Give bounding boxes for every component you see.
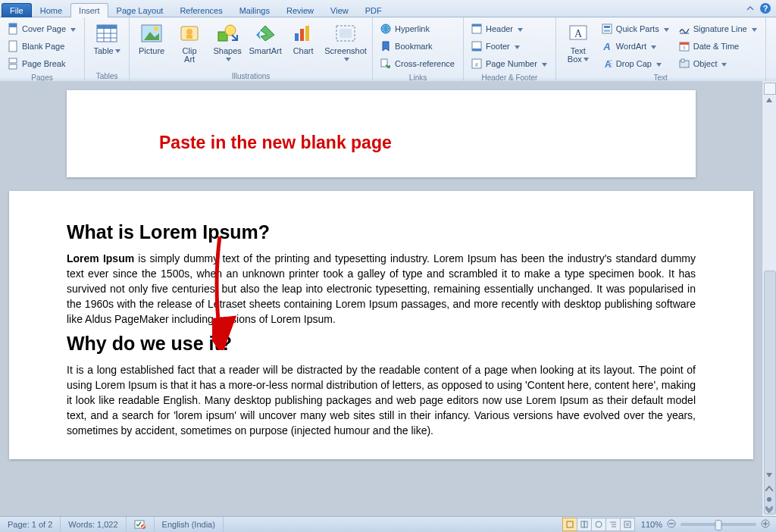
ribbon-label: Drop Cap — [616, 59, 652, 68]
ribbon-label: Cover Page — [22, 24, 66, 33]
status-page[interactable]: Page: 1 of 2 — [0, 517, 61, 532]
signature-line-button[interactable]: Signature Line — [676, 20, 761, 37]
status-language[interactable]: English (India) — [155, 517, 224, 532]
zoom-level[interactable]: 110% — [641, 520, 662, 529]
dropdown-caret-icon — [664, 24, 669, 33]
ribbon-group-text: A Text Box Quick Parts A WordArt A Drop … — [556, 17, 766, 82]
drop-cap-icon: A — [601, 58, 613, 70]
tab-home[interactable]: Home — [32, 3, 70, 17]
ribbon-label: Bookmark — [395, 42, 433, 51]
tab-references[interactable]: References — [171, 3, 230, 17]
dropdown-caret-icon — [651, 42, 656, 51]
doc-heading-2: Why do we use it? — [67, 333, 696, 355]
help-icon[interactable]: ? — [759, 2, 771, 14]
outline-view-button[interactable] — [605, 518, 621, 531]
smartart-button[interactable]: SmartArt — [246, 19, 284, 71]
footer-button[interactable]: Footer — [468, 37, 551, 55]
bookmark-button[interactable]: Bookmark — [377, 37, 458, 55]
status-bar: Page: 1 of 2 Words: 1,022 English (India… — [0, 516, 776, 532]
blank-page-button[interactable]: Blank Page — [5, 37, 80, 55]
svg-rect-48 — [680, 42, 689, 45]
document-workspace: Paste in the new blank page What is Lore… — [0, 81, 776, 517]
table-button[interactable]: Table — [88, 19, 126, 71]
ribbon-label: Table — [93, 46, 113, 55]
draft-view-button[interactable] — [620, 518, 635, 531]
doc-heading-1: What is Lorem Ipsum? — [67, 221, 696, 243]
blank-page-icon — [7, 40, 19, 52]
status-proofing[interactable] — [127, 517, 155, 532]
text-box-button[interactable]: A Text Box — [559, 19, 597, 73]
ribbon-label: Footer — [486, 42, 510, 51]
clip-art-button[interactable]: Clip Art — [171, 19, 208, 71]
tab-review[interactable]: Review — [278, 3, 322, 17]
zoom-in-button[interactable] — [761, 519, 770, 530]
status-words[interactable]: Words: 1,022 — [61, 517, 126, 532]
svg-rect-60 — [584, 521, 587, 527]
hyperlink-button[interactable]: Hyperlink — [377, 20, 458, 37]
svg-rect-6 — [9, 64, 17, 69]
tab-insert[interactable]: Insert — [70, 3, 108, 17]
tab-file[interactable]: File — [2, 3, 32, 17]
clip-art-icon — [177, 21, 202, 45]
document-canvas[interactable]: Paste in the new blank page What is Lore… — [0, 81, 762, 517]
print-layout-view-button[interactable] — [562, 518, 577, 531]
chart-icon — [291, 21, 315, 45]
dropdown-caret-icon — [721, 59, 727, 68]
svg-rect-27 — [340, 29, 352, 38]
scroll-up-button[interactable] — [764, 95, 774, 105]
chart-button[interactable]: Chart — [284, 19, 322, 71]
date-time-button[interactable]: 5 Date & Time — [676, 37, 761, 55]
page-1-blank-bottom[interactable]: Paste in the new blank page — [67, 90, 696, 177]
ribbon-label: Hyperlink — [395, 24, 430, 33]
table-icon — [95, 21, 119, 45]
full-screen-reading-view-button[interactable] — [577, 518, 592, 531]
zoom-out-button[interactable] — [667, 519, 676, 530]
svg-text:#: # — [475, 62, 478, 67]
scroll-down-button[interactable] — [764, 470, 774, 480]
cross-reference-button[interactable]: Cross-reference — [377, 55, 458, 72]
page-number-button[interactable]: # Page Number — [468, 55, 551, 72]
doc-paragraph-2: It is a long established fact that a rea… — [67, 362, 696, 438]
equation-button[interactable]: π Equation — [771, 20, 776, 37]
cover-page-button[interactable]: Cover Page — [5, 20, 80, 37]
svg-rect-25 — [305, 26, 309, 41]
previous-page-button[interactable] — [764, 483, 774, 494]
svg-point-17 — [186, 29, 192, 35]
shapes-icon — [215, 21, 239, 45]
svg-point-20 — [225, 25, 236, 36]
dropdown-caret-icon — [542, 59, 547, 68]
group-label: Tables — [88, 71, 126, 82]
dropdown-caret-icon — [115, 46, 120, 55]
page-2-content[interactable]: What is Lorem Ipsum? Lorem Ipsum is simp… — [9, 191, 753, 459]
dropdown-caret-icon — [518, 24, 523, 33]
page-break-button[interactable]: Page Break — [5, 55, 80, 72]
tab-pdf[interactable]: PDF — [357, 3, 390, 17]
tab-view[interactable]: View — [322, 3, 357, 17]
shapes-button[interactable]: Shapes — [208, 19, 246, 71]
picture-button[interactable]: Picture — [133, 19, 171, 71]
object-button[interactable]: Object — [676, 55, 761, 72]
svg-rect-58 — [567, 521, 573, 527]
svg-rect-24 — [300, 29, 304, 41]
wordart-button[interactable]: A WordArt — [599, 37, 673, 55]
screenshot-button[interactable]: Screenshot — [322, 19, 369, 71]
svg-rect-51 — [681, 59, 684, 62]
ribbon-label: Page Number — [486, 59, 537, 68]
symbol-button[interactable]: Ω Symbol — [771, 37, 776, 55]
tab-page-layout[interactable]: Page Layout — [108, 3, 172, 17]
equation-icon: π — [773, 23, 776, 35]
web-layout-view-button[interactable] — [591, 518, 606, 531]
zoom-slider-thumb[interactable] — [715, 520, 722, 530]
quick-parts-button[interactable]: Quick Parts — [599, 20, 673, 37]
svg-point-54 — [767, 497, 771, 502]
vertical-scrollbar[interactable] — [762, 81, 776, 517]
doc-paragraph-1: Lorem Ipsum is simply dummy text of the … — [67, 251, 696, 327]
drop-cap-button[interactable]: A Drop Cap — [599, 55, 673, 72]
zoom-slider[interactable] — [681, 523, 756, 526]
ruler-toggle-button[interactable] — [764, 83, 776, 95]
tab-mailings[interactable]: Mailings — [231, 3, 278, 17]
header-button[interactable]: Header — [468, 20, 551, 37]
next-page-button[interactable] — [764, 505, 774, 515]
select-browse-object-button[interactable] — [764, 494, 774, 505]
minimize-ribbon-icon[interactable] — [746, 4, 755, 13]
